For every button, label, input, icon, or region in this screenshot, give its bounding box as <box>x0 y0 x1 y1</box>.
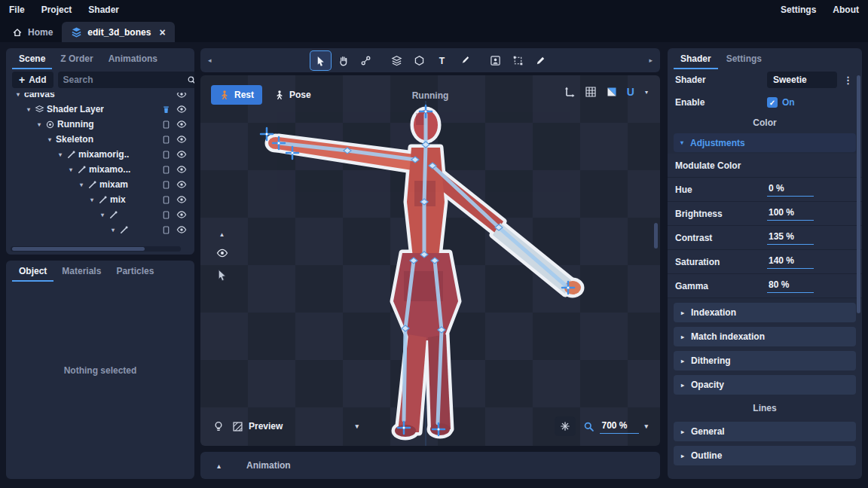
visibility-eye-icon[interactable] <box>176 149 187 160</box>
tree-row-shader-layer[interactable]: ▾ Shader Layer <box>8 102 193 117</box>
duplicate-page-icon[interactable] <box>161 150 171 160</box>
tree-horizontal-scrollbar[interactable] <box>11 246 181 252</box>
duplicate-page-icon[interactable] <box>161 165 171 175</box>
tab-z-order[interactable]: Z Order <box>53 52 99 69</box>
duplicate-page-icon[interactable] <box>161 180 171 190</box>
tree-row-bone[interactable]: ▾ mixamorig.. <box>8 147 193 162</box>
visibility-eye-icon[interactable] <box>176 224 187 235</box>
tree-row-running[interactable]: ▾ Running <box>8 117 193 132</box>
zoom-magnifier-icon[interactable] <box>583 421 594 432</box>
scrollbar-thumb[interactable] <box>12 247 145 251</box>
chevron-down-icon[interactable]: ▾ <box>56 151 65 158</box>
reset-view-button[interactable] <box>555 416 576 436</box>
chevron-down-icon[interactable]: ▾ <box>45 136 54 143</box>
tree-row-bone[interactable]: ▾ <box>8 207 193 222</box>
section-general[interactable]: ▸ General <box>674 422 856 441</box>
chevron-up-icon[interactable]: ▴ <box>220 230 224 238</box>
visibility-eye-icon[interactable] <box>176 164 187 175</box>
section-match-indexation[interactable]: ▸ Match indexation <box>674 327 856 346</box>
tab-settings[interactable]: Settings <box>720 52 769 69</box>
menu-shader[interactable]: Shader <box>88 5 119 15</box>
sprite-select-tool-button[interactable] <box>485 51 506 70</box>
close-icon[interactable]: × <box>159 26 165 38</box>
adjustments-section-toggle[interactable]: ▾ Adjustments <box>674 133 856 152</box>
section-opacity[interactable]: ▸ Opacity <box>674 375 856 395</box>
tab-particles[interactable]: Particles <box>109 264 160 282</box>
add-button[interactable]: + Add <box>12 72 53 88</box>
pen-tool-button[interactable] <box>530 51 551 70</box>
shader-select[interactable]: Sweetie <box>767 72 837 88</box>
menu-project[interactable]: Project <box>41 5 72 15</box>
text-tool-button[interactable]: T <box>432 51 452 70</box>
brush-tool-button[interactable] <box>454 51 475 70</box>
transform-tool-button[interactable] <box>508 51 528 70</box>
tab-materials[interactable]: Materials <box>55 264 108 282</box>
menu-settings[interactable]: Settings <box>781 5 816 15</box>
menu-file[interactable]: File <box>9 5 25 15</box>
grid-icon[interactable] <box>585 86 597 98</box>
move-axes-icon[interactable] <box>564 86 576 98</box>
section-outline[interactable]: ▸ Outline <box>674 446 856 465</box>
snap-magnet-icon[interactable]: U <box>627 86 634 98</box>
rest-mode-button[interactable]: Rest <box>211 85 262 105</box>
chevron-down-icon[interactable]: ▾ <box>87 197 96 203</box>
viewport-canvas[interactable]: Running Rest Pose U ▾ ▴ Preview ▾ <box>200 75 660 446</box>
menu-about[interactable]: About <box>833 5 859 15</box>
chevron-down-icon[interactable]: ▾ <box>645 89 648 96</box>
tree-row-bone[interactable]: ▾ mix <box>8 192 193 207</box>
saturation-value-input[interactable]: 140 % <box>767 255 814 269</box>
chevron-down-icon[interactable]: ▾ <box>66 166 75 173</box>
visibility-eye-icon[interactable] <box>176 119 187 130</box>
tree-row-skeleton[interactable]: ▾ Skeleton <box>8 132 193 147</box>
tab-home[interactable]: Home <box>3 22 62 42</box>
canvas-vertical-scrollbar[interactable] <box>654 223 658 249</box>
tree-row-bone[interactable]: ▾ mixamo... <box>8 162 193 177</box>
expand-animation-button[interactable]: ▴ <box>211 462 227 470</box>
visibility-eye-icon[interactable] <box>176 134 187 145</box>
duplicate-page-icon[interactable] <box>161 210 171 220</box>
tree-row-canvas[interactable]: ▾ canvas <box>8 93 193 102</box>
bone-tool-button[interactable] <box>356 51 376 70</box>
visibility-eye-icon[interactable] <box>176 209 187 220</box>
tab-scene[interactable]: Scene <box>12 52 52 69</box>
split-view-icon[interactable] <box>606 86 618 98</box>
tree-row-bone[interactable]: ▾ mixam <box>8 177 193 192</box>
visibility-eye-icon[interactable] <box>216 247 228 259</box>
duplicate-page-icon[interactable] <box>161 225 171 235</box>
pan-tool-button[interactable] <box>333 51 353 70</box>
chevron-down-icon[interactable]: ▾ <box>24 106 33 113</box>
chevron-down-icon[interactable]: ▾ <box>77 181 86 188</box>
shader-panel-scrollbar[interactable] <box>857 75 860 313</box>
tree-row-bone[interactable]: ▾ <box>8 222 193 237</box>
tab-document[interactable]: edit_3d_bones × <box>62 22 174 42</box>
section-dithering[interactable]: ▸ Dithering <box>674 351 856 371</box>
chevron-down-icon[interactable]: ▾ <box>14 93 23 98</box>
visibility-eye-icon[interactable] <box>176 194 187 205</box>
visibility-eye-icon[interactable] <box>176 179 187 190</box>
search-input[interactable] <box>63 75 184 85</box>
chevron-down-icon[interactable]: ▾ <box>644 422 648 430</box>
brightness-value-input[interactable]: 100 % <box>767 207 814 221</box>
contrast-value-input[interactable]: 135 % <box>767 231 814 245</box>
select-tool-button[interactable] <box>310 51 331 70</box>
tab-animations[interactable]: Animations <box>102 52 164 69</box>
hue-value-input[interactable]: 0 % <box>767 183 814 197</box>
section-indexation[interactable]: ▸ Indexation <box>674 303 856 322</box>
chevron-down-icon[interactable]: ▾ <box>98 212 107 218</box>
shader-effect-icon[interactable] <box>161 105 171 114</box>
visibility-eye-icon[interactable] <box>176 104 187 114</box>
pose-mode-button[interactable]: Pose <box>270 85 316 105</box>
enable-checkbox[interactable]: ✓ <box>767 97 778 108</box>
duplicate-page-icon[interactable] <box>161 135 171 145</box>
scroll-right-icon[interactable]: ▸ <box>649 56 653 64</box>
visibility-eye-icon[interactable] <box>176 93 187 99</box>
chevron-down-icon[interactable]: ▾ <box>35 121 44 128</box>
tab-object[interactable]: Object <box>12 264 53 282</box>
duplicate-page-icon[interactable] <box>161 195 171 205</box>
layers-tool-button[interactable] <box>387 51 407 70</box>
scroll-left-icon[interactable]: ◂ <box>208 56 212 64</box>
gamma-value-input[interactable]: 80 % <box>767 279 814 293</box>
chevron-down-icon[interactable]: ▾ <box>108 227 118 233</box>
lamp-icon[interactable] <box>212 420 225 432</box>
polygon-tool-button[interactable] <box>409 51 429 70</box>
